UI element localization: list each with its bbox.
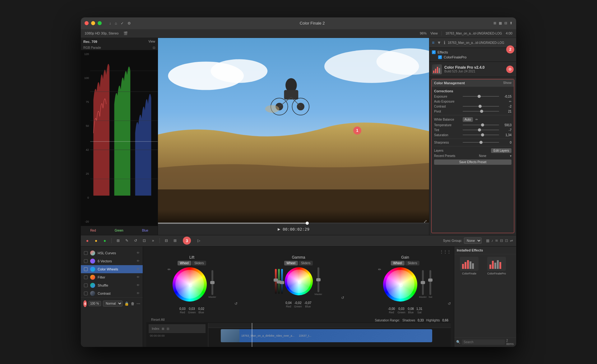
gamma-green-slider[interactable] bbox=[278, 269, 280, 294]
gamma-crosshair[interactable] bbox=[298, 281, 301, 284]
filter-icon[interactable]: ▼ bbox=[437, 40, 441, 45]
vectors-eye-icon[interactable]: 👁 bbox=[137, 259, 140, 263]
show-btn[interactable]: Show bbox=[503, 81, 511, 85]
compare-icon[interactable]: ⊡ bbox=[505, 238, 508, 243]
sync-group-select[interactable]: None bbox=[464, 237, 482, 244]
timeline-clip[interactable]: 18763_Man_on_a_dirtbike_rides_over_a... … bbox=[221, 329, 432, 342]
info-icon[interactable]: ℹ bbox=[444, 40, 445, 45]
wheels-eye-icon[interactable]: 👁 bbox=[137, 267, 140, 271]
gain-master-slider[interactable]: Master bbox=[419, 270, 427, 298]
gamma-green-track[interactable] bbox=[278, 269, 280, 294]
opacity-input[interactable] bbox=[89, 301, 101, 306]
edit-icon[interactable]: ✎ bbox=[123, 237, 130, 244]
more-options-icon[interactable]: ⋯ bbox=[137, 302, 140, 306]
effects-checkbox[interactable]: ✓ bbox=[432, 50, 436, 54]
lift-master-track[interactable] bbox=[211, 270, 213, 295]
hsl-checkbox[interactable] bbox=[84, 251, 88, 255]
gain-master-track[interactable] bbox=[422, 270, 424, 295]
blend-mode-select[interactable]: Normal bbox=[103, 301, 123, 306]
delete-icon[interactable]: 🗑 bbox=[131, 302, 135, 306]
scope-icon[interactable]: ▦ bbox=[486, 238, 489, 243]
waveform-view-btn[interactable]: View bbox=[149, 40, 155, 43]
effect-thumb-colorfinale-pro[interactable]: ColorFinalePro bbox=[484, 257, 509, 275]
gain-wheel-tab[interactable]: Wheel bbox=[391, 261, 405, 265]
progress-bar[interactable] bbox=[158, 223, 429, 224]
correction-filter[interactable]: Filter 👁 bbox=[81, 273, 143, 281]
gain-edit-icon[interactable]: ✏ bbox=[378, 267, 381, 272]
gain-sat-thumb[interactable] bbox=[428, 279, 433, 282]
auto-exposure-pick-icon[interactable]: ✏ bbox=[509, 100, 511, 103]
auto-wb-btn[interactable]: Auto bbox=[463, 117, 473, 122]
expand2-icon[interactable]: ⇌ bbox=[510, 238, 513, 243]
lift-edit-icon[interactable]: ✏ bbox=[168, 267, 171, 272]
fullscreen-button[interactable] bbox=[98, 21, 102, 25]
check-icon[interactable]: ✓ bbox=[121, 21, 124, 25]
gain-sat-track[interactable] bbox=[429, 270, 431, 295]
gamma-master-slider[interactable]: Master bbox=[315, 267, 322, 296]
expand-icon[interactable]: ⤢ bbox=[423, 219, 427, 224]
grid-icon2[interactable]: ⊞ bbox=[172, 237, 178, 244]
gamma-blue-slider[interactable] bbox=[281, 269, 283, 294]
correction-contrast[interactable]: Contrast 👁 bbox=[81, 289, 143, 297]
lift-crosshair[interactable] bbox=[189, 284, 192, 287]
record-green[interactable]: ● bbox=[101, 237, 108, 244]
zoom-level[interactable]: 96% bbox=[420, 31, 427, 35]
wb-pick-icon[interactable]: ✏ bbox=[475, 118, 478, 121]
close-button[interactable] bbox=[85, 21, 89, 25]
gamma-master-track[interactable] bbox=[317, 267, 319, 292]
grid-icon[interactable]: ⊞ bbox=[493, 21, 496, 25]
gain-crosshair[interactable] bbox=[400, 284, 403, 287]
vectors-checkbox[interactable] bbox=[84, 259, 88, 263]
contrast-checkbox[interactable] bbox=[84, 292, 88, 295]
crop-icon[interactable]: ⊡ bbox=[141, 237, 148, 244]
shuffle-checkbox[interactable] bbox=[84, 283, 88, 287]
effects-icon[interactable]: ≡ bbox=[432, 40, 434, 45]
gamma-blue-thumb[interactable] bbox=[280, 281, 284, 284]
waveform-icon2[interactable]: ≋ bbox=[495, 238, 498, 243]
lock-icon[interactable]: 🔒 bbox=[124, 302, 129, 306]
contrast-eye-icon[interactable]: 👁 bbox=[137, 292, 140, 295]
hsl-eye-icon[interactable]: 👁 bbox=[137, 251, 140, 255]
search-input[interactable] bbox=[462, 339, 505, 345]
record-red[interactable]: ● bbox=[84, 237, 91, 244]
correction-hsl-curves[interactable]: HSL Curves 👁 bbox=[81, 249, 143, 257]
temperature-slider[interactable] bbox=[463, 125, 499, 125]
layout-icon[interactable]: ▦ bbox=[499, 21, 502, 25]
correction-color-wheels[interactable]: Color Wheels 👁 bbox=[81, 265, 143, 273]
contrast-slider[interactable] bbox=[463, 106, 499, 107]
shuffle-eye-icon[interactable]: 👁 bbox=[137, 283, 140, 287]
view-btn[interactable]: View bbox=[430, 31, 438, 35]
waveform-capture-icon[interactable]: ⊡ bbox=[153, 46, 155, 49]
correction-shuffle[interactable]: Shuffle 👁 bbox=[81, 281, 143, 289]
gear-icon[interactable]: ⚙ bbox=[127, 21, 131, 25]
saturation-slider[interactable] bbox=[463, 135, 499, 135]
record-yellow[interactable]: ● bbox=[93, 237, 100, 244]
lift-master-slider[interactable]: Master bbox=[209, 270, 216, 298]
select-icon[interactable]: ▷ bbox=[195, 237, 202, 244]
wheel-options-icon[interactable]: ⋮⋮⋮ bbox=[440, 250, 451, 254]
lift-sliders-tab[interactable]: Sliders bbox=[192, 261, 206, 265]
effect-thumb-colorfinale[interactable]: ColorFinale bbox=[457, 257, 482, 275]
layout2-icon[interactable]: ⊟ bbox=[504, 21, 507, 25]
transform-icon[interactable]: ↺ bbox=[132, 237, 139, 244]
gain-sliders-tab[interactable]: Sliders bbox=[405, 261, 420, 265]
layout3-icon[interactable]: ⊟ bbox=[500, 238, 503, 243]
save-preset-btn[interactable]: Save Effects Preset bbox=[434, 159, 511, 165]
lift-color-wheel[interactable] bbox=[173, 267, 207, 302]
gamma-blue-track[interactable] bbox=[281, 269, 283, 294]
filter-eye-icon[interactable]: 👁 bbox=[137, 275, 140, 279]
lift-master-thumb[interactable] bbox=[210, 281, 215, 284]
download-icon[interactable]: ↓ bbox=[109, 21, 111, 25]
edit-layers-btn[interactable]: Edit Layers bbox=[491, 148, 511, 153]
gamma-master-thumb[interactable] bbox=[316, 278, 321, 281]
correction-6-vectors[interactable]: 6 Vectors 👁 bbox=[81, 257, 143, 265]
presets-chevron[interactable]: ▾ bbox=[510, 154, 511, 158]
cfp-checkbox[interactable]: ✓ bbox=[438, 55, 442, 59]
gamma-color-wheel[interactable] bbox=[285, 267, 313, 295]
key-icon[interactable]: ⌂ bbox=[115, 21, 117, 25]
minimize-button[interactable] bbox=[91, 21, 95, 25]
gain-reset-icon[interactable]: ↺ bbox=[448, 302, 451, 306]
lift-reset-icon[interactable]: ↺ bbox=[234, 302, 238, 306]
gamma-reset-icon[interactable]: ↺ bbox=[341, 296, 344, 300]
play-button[interactable]: ▶ bbox=[278, 227, 280, 231]
